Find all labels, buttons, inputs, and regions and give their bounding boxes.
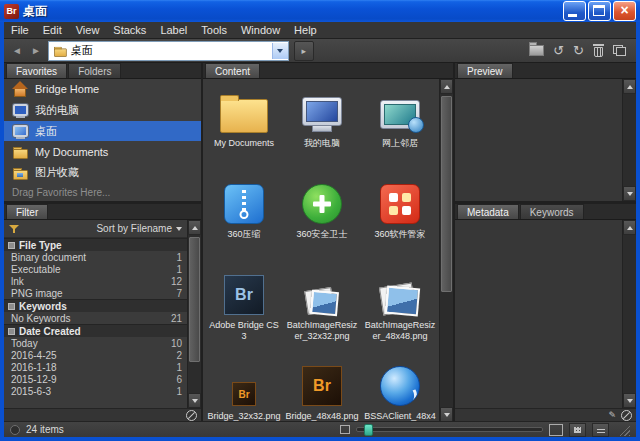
back-icon[interactable]: ◄ <box>10 46 24 56</box>
menu-item[interactable]: File <box>4 22 36 38</box>
content-scrollbar[interactable] <box>439 79 453 422</box>
content-thumbnail[interactable]: BatchImageResizer_32x32.png <box>283 262 361 353</box>
filter-row[interactable]: 2015-12-9 6 <box>4 373 187 385</box>
filter-section-header[interactable]: File Type <box>4 238 187 251</box>
detail-view-button[interactable] <box>592 423 609 437</box>
go-up-button[interactable]: ▸ <box>294 41 314 61</box>
content-thumbnail[interactable]: 360安全卫士 <box>283 171 361 262</box>
metadata-panel-tab[interactable]: Metadata <box>457 204 519 219</box>
filter-row-name: Executable <box>11 264 176 275</box>
filter-footer <box>4 408 201 422</box>
favorites-panel-tab[interactable]: Folders <box>68 63 121 78</box>
favorites-panel-tab[interactable]: Favorites <box>6 63 67 78</box>
content-thumbnail[interactable]: 网上邻居 <box>361 80 439 171</box>
favorites-item-icon <box>12 123 28 139</box>
filter-row[interactable]: Today 10 <box>4 337 187 349</box>
content-thumbnail[interactable]: My Documents <box>205 80 283 171</box>
filter-section-header[interactable]: Date Created <box>4 324 187 337</box>
filter-tab[interactable]: Filter <box>6 204 48 219</box>
filter-row[interactable]: PNG image 7 <box>4 287 187 299</box>
menu-item[interactable]: Stacks <box>106 22 153 38</box>
file-icon <box>224 184 264 224</box>
filter-row[interactable]: lnk 12 <box>4 275 187 287</box>
scroll-up-icon[interactable] <box>440 79 453 94</box>
menu-item[interactable]: Label <box>153 22 194 38</box>
content-thumbnail[interactable]: 360压缩 <box>205 171 283 262</box>
filter-row[interactable]: 2015-6-3 1 <box>4 385 187 397</box>
content-tab[interactable]: Content <box>205 63 260 78</box>
maximize-button[interactable] <box>588 1 611 21</box>
menu-item[interactable]: Window <box>234 22 287 38</box>
pencil-icon[interactable]: ✎ <box>608 411 616 420</box>
rotate-left-icon[interactable]: ↺ <box>553 44 564 57</box>
filter-row[interactable]: 2016-4-25 2 <box>4 349 187 361</box>
filter-scrollbar[interactable] <box>187 220 201 408</box>
folder-path-combo[interactable]: 桌面 <box>48 41 289 61</box>
combo-dropdown-icon[interactable] <box>272 43 288 59</box>
favorites-item-label: 桌面 <box>35 124 57 139</box>
slider-thumb[interactable] <box>364 424 373 436</box>
scroll-up-icon[interactable] <box>188 220 201 235</box>
file-icon <box>302 366 342 406</box>
favorites-item[interactable]: Bridge Home <box>4 79 201 100</box>
cancel-icon[interactable] <box>621 410 632 421</box>
filter-row-count: 7 <box>176 288 182 299</box>
filter-row[interactable]: 2016-1-18 1 <box>4 361 187 373</box>
title-bar[interactable]: Br 桌面 <box>0 0 640 22</box>
thumbnail-size-slider[interactable] <box>356 427 543 432</box>
preview-tab[interactable]: Preview <box>457 63 513 78</box>
menu-item[interactable]: Edit <box>36 22 69 38</box>
thumbnail-grid: My Documents 我的电脑 网上邻居 <box>203 79 439 422</box>
large-thumbnail-icon[interactable] <box>549 424 563 436</box>
filter-section-header[interactable]: Keywords <box>4 299 187 312</box>
filter-row-name: Binary document <box>11 252 176 263</box>
compact-mode-icon[interactable] <box>613 45 626 56</box>
scroll-down-icon[interactable] <box>440 407 453 422</box>
small-thumbnail-icon[interactable] <box>340 425 350 434</box>
resize-grip[interactable] <box>617 423 630 436</box>
favorites-item[interactable]: 桌面 <box>4 121 201 142</box>
close-button[interactable] <box>613 1 636 21</box>
scrollbar-thumb[interactable] <box>189 237 200 362</box>
filter-row[interactable]: Executable 1 <box>4 263 187 275</box>
menu-item[interactable]: Help <box>287 22 324 38</box>
favorites-item[interactable]: 图片收藏 <box>4 162 201 183</box>
content-thumbnail[interactable]: BatchImageResizer_48x48.png <box>361 262 439 353</box>
sort-dropdown[interactable]: Sort by Filename <box>96 223 182 234</box>
rotate-right-icon[interactable]: ↻ <box>573 44 584 57</box>
preview-scrollbar[interactable] <box>622 79 636 201</box>
favorites-item-icon <box>12 81 28 97</box>
filter-section: File Type Binary document 1 Exec <box>4 238 187 299</box>
section-bullet-icon <box>8 242 15 249</box>
forward-icon[interactable]: ► <box>29 46 43 56</box>
favorites-item[interactable]: 我的电脑 <box>4 100 201 121</box>
metadata-scrollbar[interactable] <box>622 220 636 408</box>
filter-row[interactable]: No Keywords 21 <box>4 312 187 324</box>
content-thumbnail[interactable]: Adobe Bridge CS3 <box>205 262 283 353</box>
scroll-down-icon[interactable] <box>188 393 201 408</box>
filter-row[interactable]: Binary document 1 <box>4 251 187 263</box>
filter-row-name: 2016-4-25 <box>11 350 176 361</box>
filter-funnel-icon <box>9 224 19 234</box>
scroll-up-icon[interactable] <box>623 79 636 94</box>
menu-item[interactable]: View <box>69 22 107 38</box>
menu-item[interactable]: Tools <box>194 22 234 38</box>
minimize-button[interactable] <box>563 1 586 21</box>
thumbnail-view-button[interactable] <box>569 423 586 437</box>
scroll-up-icon[interactable] <box>623 220 636 235</box>
scroll-down-icon[interactable] <box>623 186 636 201</box>
clear-filter-icon[interactable] <box>186 410 197 421</box>
delete-icon[interactable] <box>593 44 604 57</box>
favorites-item[interactable]: My Documents <box>4 141 201 162</box>
scrollbar-thumb[interactable] <box>441 96 452 292</box>
content-thumbnail[interactable]: 我的电脑 <box>283 80 361 171</box>
new-folder-icon[interactable] <box>529 45 544 56</box>
file-label: Adobe Bridge CS3 <box>207 320 281 343</box>
file-icon <box>232 382 256 406</box>
metadata-panel-tab[interactable]: Keywords <box>520 204 584 219</box>
scroll-down-icon[interactable] <box>623 393 636 408</box>
content-thumbnail[interactable]: 360软件管家 <box>361 171 439 262</box>
file-icon <box>306 289 338 315</box>
filter-row-name: 2015-12-9 <box>11 374 176 385</box>
filter-row-count: 1 <box>176 252 182 263</box>
